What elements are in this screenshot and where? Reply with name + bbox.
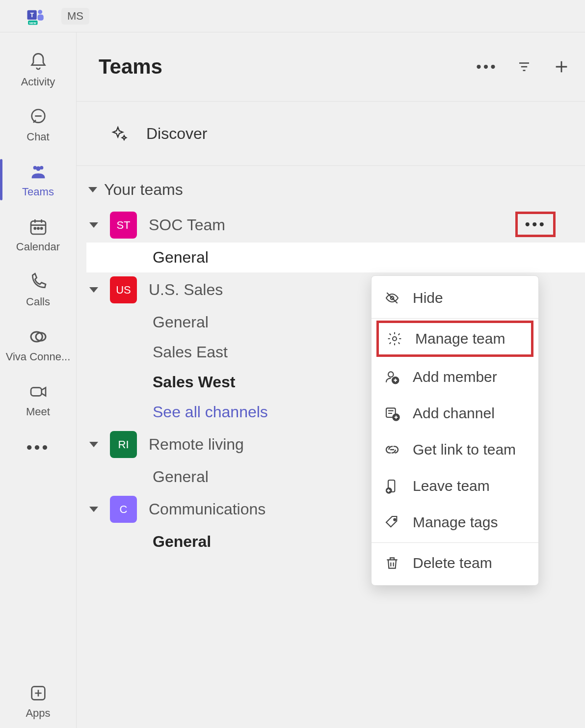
ctx-hide[interactable]: Hide	[372, 280, 538, 316]
channel-add-icon	[384, 405, 400, 421]
person-add-icon	[384, 369, 400, 385]
svg-text:NEW: NEW	[29, 21, 36, 24]
caret-down-icon	[88, 187, 97, 192]
rail-label: Meet	[26, 405, 50, 418]
team-avatar: US	[110, 276, 137, 303]
filter-icon	[517, 59, 532, 74]
chat-icon	[27, 106, 49, 128]
rail-label: Calendar	[16, 241, 60, 253]
ctx-separator	[372, 542, 538, 543]
teams-panel: Teams ••• Discover Your teams	[77, 32, 585, 728]
sparkle-icon	[111, 125, 128, 142]
trash-icon	[384, 555, 400, 571]
ctx-add-member[interactable]: Add member	[372, 359, 538, 395]
caret-down-icon	[89, 507, 98, 512]
team-name: Remote living	[149, 435, 244, 454]
leave-icon	[384, 478, 400, 494]
ctx-delete-team[interactable]: Delete team	[372, 545, 538, 581]
header-filter-button[interactable]	[515, 58, 533, 76]
ctx-add-channel[interactable]: Add channel	[372, 395, 538, 431]
ctx-label: Manage team	[415, 330, 505, 347]
svg-point-9	[36, 166, 40, 171]
svg-rect-3	[37, 14, 43, 20]
discover-row[interactable]: Discover	[77, 102, 585, 166]
rail-apps[interactable]: Apps	[0, 674, 76, 728]
caret-down-icon	[89, 442, 98, 447]
svg-point-26	[394, 519, 396, 521]
ctx-label: Add channel	[413, 405, 495, 422]
panel-header: Teams •••	[77, 32, 585, 102]
rail-teams[interactable]: Teams	[0, 152, 76, 207]
section-label: Your teams	[104, 181, 183, 199]
rail-chat[interactable]: Chat	[0, 97, 76, 152]
rail-viva[interactable]: Viva Conne...	[0, 317, 76, 372]
rail-calendar[interactable]: Calendar	[0, 207, 76, 262]
svg-point-2	[38, 9, 42, 14]
panel-title: Teams	[99, 55, 162, 79]
your-teams-section[interactable]: Your teams	[86, 178, 585, 208]
svg-point-13	[41, 228, 42, 229]
ctx-label: Hide	[413, 290, 443, 306]
title-bar: TNEW MS	[0, 0, 585, 32]
rail-label: Teams	[22, 186, 54, 198]
ctx-label: Leave team	[413, 478, 490, 494]
rail-calls[interactable]: Calls	[0, 262, 76, 317]
channel-item[interactable]: General	[86, 243, 585, 272]
team-name: SOC Team	[149, 216, 225, 234]
ctx-leave-team[interactable]: Leave team	[372, 468, 538, 504]
team-name: U.S. Sales	[149, 281, 223, 299]
link-icon	[384, 442, 400, 458]
svg-point-20	[388, 372, 394, 377]
header-more-button[interactable]: •••	[478, 58, 496, 76]
caret-down-icon	[89, 222, 98, 228]
team-row-soc[interactable]: ST SOC Team •••	[86, 208, 585, 243]
teams-logo-icon: TNEW	[25, 5, 47, 27]
team-avatar: C	[110, 496, 137, 523]
rail-more[interactable]: •••	[27, 427, 50, 467]
rail-meet[interactable]: Meet	[0, 372, 76, 427]
rail-label: Chat	[27, 131, 49, 143]
plus-icon	[553, 58, 570, 75]
gear-icon	[387, 331, 402, 347]
ctx-separator	[372, 318, 538, 319]
bell-icon	[27, 51, 49, 73]
ctx-get-link[interactable]: Get link to team	[372, 431, 538, 468]
rail-label: Activity	[21, 76, 55, 88]
team-avatar: ST	[110, 212, 137, 239]
rail-label: Apps	[26, 707, 50, 720]
calendar-icon	[27, 216, 49, 238]
eye-off-icon	[384, 290, 400, 306]
caret-down-icon	[89, 287, 98, 293]
ctx-manage-team[interactable]: Manage team	[376, 321, 533, 357]
tag-icon	[384, 514, 400, 530]
people-icon	[27, 161, 49, 183]
app-root: TNEW MS Activity Chat Teams Calendar	[0, 0, 585, 728]
team-avatar: RI	[110, 431, 137, 458]
main-area: Activity Chat Teams Calendar Calls Viva …	[0, 32, 585, 728]
rail-label: Calls	[26, 296, 50, 308]
discover-label: Discover	[146, 125, 207, 143]
account-chip[interactable]: MS	[61, 8, 89, 25]
rail-label: Viva Conne...	[6, 351, 71, 363]
team-context-menu: Hide Manage team Add member Add channel	[371, 275, 539, 586]
video-icon	[27, 381, 49, 403]
ellipsis-icon: •••	[476, 58, 498, 75]
ctx-label: Add member	[413, 369, 497, 385]
rail-activity[interactable]: Activity	[0, 42, 76, 97]
svg-text:T: T	[30, 11, 34, 18]
ctx-manage-tags[interactable]: Manage tags	[372, 504, 538, 540]
ctx-label: Delete team	[413, 555, 492, 571]
svg-point-19	[393, 337, 397, 341]
svg-rect-16	[31, 388, 42, 396]
team-name: Communications	[149, 500, 266, 518]
svg-point-11	[34, 228, 35, 229]
ctx-label: Get link to team	[413, 441, 516, 458]
viva-icon	[27, 326, 49, 348]
ctx-label: Manage tags	[413, 514, 498, 531]
header-add-button[interactable]	[553, 58, 570, 76]
apps-icon	[27, 682, 49, 704]
phone-icon	[27, 271, 49, 293]
svg-point-12	[37, 228, 39, 229]
app-rail: Activity Chat Teams Calendar Calls Viva …	[0, 32, 77, 728]
team-more-button[interactable]: •••	[515, 212, 556, 237]
